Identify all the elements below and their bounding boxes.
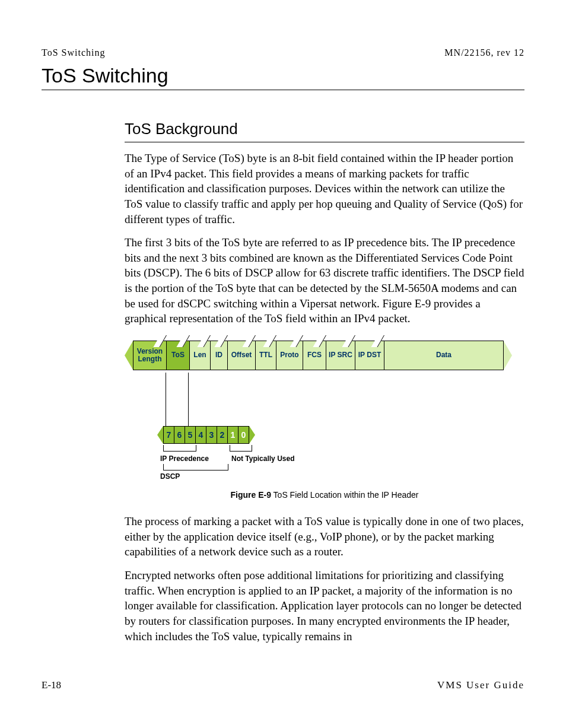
tos-connector-lines xyxy=(164,373,524,426)
header-right: MN/22156, rev 12 xyxy=(444,47,524,58)
section-heading: ToS Background xyxy=(125,120,524,138)
page-title: ToS Switching xyxy=(42,64,524,87)
bit-6: 6 xyxy=(174,426,185,444)
bits-left-cap-icon xyxy=(157,426,163,444)
page-footer: E-18 VMS User Guide xyxy=(42,679,524,691)
field-fcs: FCS xyxy=(303,341,326,370)
field-proto: Proto xyxy=(276,341,303,370)
paragraph-1: The Type of Service (ToS) byte is an 8-b… xyxy=(125,151,524,227)
label-not-used: Not Typically Used xyxy=(231,454,294,463)
field-offset: Offset xyxy=(228,341,256,370)
bit-4: 4 xyxy=(196,426,206,444)
bits-right-cap-icon xyxy=(249,426,255,444)
field-version-length: Version Length xyxy=(133,341,167,370)
bits-brackets: IP Precedence Not Typically Used DSCP xyxy=(163,444,524,479)
packet-left-cap-icon xyxy=(125,341,133,370)
figure-e-9: Version Length ToS Len ID Offset TTL Pro… xyxy=(125,338,524,500)
field-tos: ToS xyxy=(167,341,190,370)
header-left: ToS Switching xyxy=(42,47,105,58)
section-rule xyxy=(125,142,524,142)
title-rule xyxy=(42,90,524,90)
field-ip-dst: IP DST xyxy=(355,341,384,370)
bit-5: 5 xyxy=(185,426,196,444)
page-number: E-18 xyxy=(42,679,61,691)
figure-caption-number: Figure E-9 xyxy=(231,490,271,500)
field-id: ID xyxy=(211,341,228,370)
field-ip-src: IP SRC xyxy=(326,341,355,370)
bit-1: 1 xyxy=(228,426,239,444)
field-ttl: TTL xyxy=(256,341,276,370)
paragraph-4: Encrypted networks often pose additional… xyxy=(125,568,524,644)
paragraph-2: The first 3 bits of the ToS byte are ref… xyxy=(125,235,524,326)
bit-2: 2 xyxy=(217,426,228,444)
tos-bits-row: 7 6 5 4 3 2 1 0 xyxy=(157,426,524,444)
bit-3: 3 xyxy=(206,426,217,444)
ip-header-row: Version Length ToS Len ID Offset TTL Pro… xyxy=(125,338,524,373)
figure-caption-text: ToS Field Location within the IP Header xyxy=(271,490,419,500)
label-dscp: DSCP xyxy=(160,472,180,481)
bit-7: 7 xyxy=(163,426,174,444)
bit-0: 0 xyxy=(239,426,249,444)
page-header: ToS Switching MN/22156, rev 12 xyxy=(42,47,524,58)
field-len: Len xyxy=(190,341,211,370)
figure-caption: Figure E-9 ToS Field Location within the… xyxy=(125,490,524,500)
guide-name: VMS User Guide xyxy=(437,679,524,691)
field-data: Data xyxy=(384,341,504,370)
paragraph-3: The process of marking a packet with a T… xyxy=(125,514,524,559)
label-ip-precedence: IP Precedence xyxy=(160,454,209,463)
packet-right-cap-icon xyxy=(504,341,512,370)
